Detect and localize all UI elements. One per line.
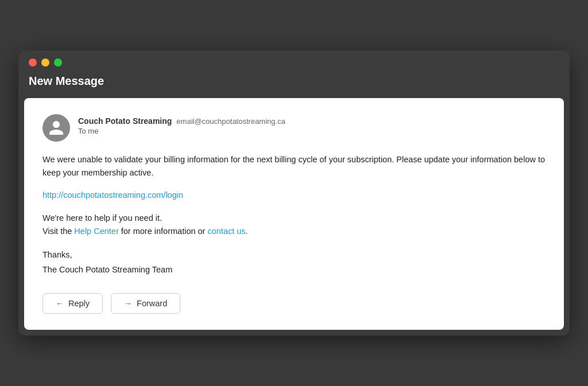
- help-paragraph: We're here to help if you need it. Visit…: [42, 212, 546, 238]
- signature-line1: Thanks,: [42, 247, 546, 262]
- traffic-lights: [29, 59, 559, 67]
- login-link[interactable]: http://couchpotatostreaming.com/login: [42, 190, 183, 200]
- reply-icon: ←: [56, 299, 64, 308]
- title-bar: New Message: [18, 50, 570, 98]
- sender-info: Couch Potato Streaming email@couchpotato…: [78, 114, 285, 135]
- email-content: We were unable to validate your billing …: [42, 153, 546, 238]
- reply-label: Reply: [68, 299, 90, 308]
- login-link-paragraph: http://couchpotatostreaming.com/login: [42, 189, 546, 202]
- forward-icon: →: [124, 299, 132, 308]
- email-body: Couch Potato Streaming email@couchpotato…: [24, 98, 564, 330]
- sender-to: To me: [78, 127, 285, 135]
- visit-text-before: Visit the: [42, 227, 74, 236]
- visit-text-middle: for more information or: [119, 227, 208, 236]
- maximize-button[interactable]: [54, 59, 62, 67]
- help-center-link[interactable]: Help Center: [74, 227, 118, 236]
- contact-us-link[interactable]: contact us: [207, 227, 245, 236]
- window-title: New Message: [29, 72, 559, 90]
- close-button[interactable]: [29, 59, 37, 67]
- avatar: [42, 114, 70, 142]
- sender-row: Couch Potato Streaming email@couchpotato…: [42, 114, 546, 142]
- minimize-button[interactable]: [41, 59, 49, 67]
- forward-label: Forward: [137, 299, 167, 308]
- reply-button[interactable]: ← Reply: [42, 293, 103, 314]
- action-buttons: ← Reply → Forward: [42, 293, 546, 314]
- forward-button[interactable]: → Forward: [111, 293, 180, 314]
- help-intro: We're here to help if you need it.: [42, 213, 162, 223]
- sender-email: email@couchpotatostreaming.ca: [176, 117, 285, 126]
- visit-text-after: .: [246, 227, 248, 236]
- sender-name: Couch Potato Streaming: [78, 116, 172, 126]
- body-paragraph: We were unable to validate your billing …: [42, 153, 546, 180]
- sender-name-row: Couch Potato Streaming email@couchpotato…: [78, 116, 285, 126]
- user-icon: [48, 119, 65, 137]
- signature: Thanks, The Couch Potato Streaming Team: [42, 247, 546, 277]
- email-window: New Message Couch Potato Streaming email…: [18, 50, 570, 336]
- signature-line2: The Couch Potato Streaming Team: [42, 262, 546, 277]
